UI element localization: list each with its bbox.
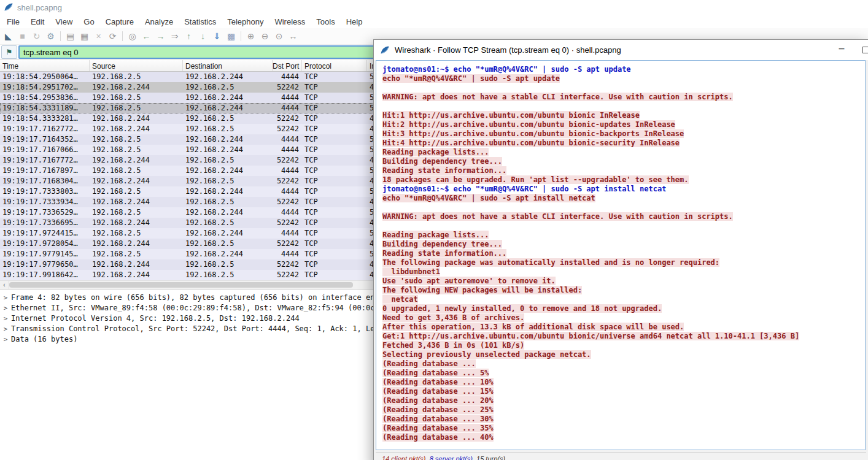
start-capture-icon[interactable]: ◣ xyxy=(1,29,15,43)
menu-item-wireless[interactable]: Wireless xyxy=(269,16,311,28)
stream-line: Building dependency tree... xyxy=(382,240,865,249)
main-window-title: shell.pcapng xyxy=(17,3,62,12)
filter-bookmark-button[interactable]: ⚑ xyxy=(1,45,17,59)
stream-text-client: echo "*umR@Q%4V&RC" | sudo -S apt instal… xyxy=(382,194,595,202)
packet-cell: 192.168.2.244 xyxy=(183,103,273,113)
packet-cell: 4444 xyxy=(273,228,302,239)
capture-options-icon[interactable]: ⚙ xyxy=(44,29,58,43)
stream-line: Building dependency tree... xyxy=(382,157,865,166)
stream-line: Selecting previously unselected package … xyxy=(382,350,865,359)
column-header-protocol[interactable]: Protocol xyxy=(302,60,367,71)
packet-cell: 4444 xyxy=(273,207,302,218)
stream-text-client: Building dependency tree... xyxy=(382,240,502,248)
column-header-dst-port[interactable]: Dst Port xyxy=(273,60,302,71)
reload-file-icon[interactable]: ⟳ xyxy=(106,29,120,43)
stream-text-client: (Reading database ... 25% xyxy=(382,405,494,414)
maximize-button[interactable] xyxy=(854,40,868,59)
stream-text-client: 18 packages can be upgraded. Run 'apt li… xyxy=(382,175,689,184)
packet-cell: 52242 xyxy=(273,218,302,228)
stop-capture-icon[interactable]: ■ xyxy=(15,29,29,43)
stream-text-client: (Reading database ... 5% xyxy=(382,369,489,377)
minimize-button[interactable]: – xyxy=(829,40,854,59)
go-last-icon[interactable]: ↓ xyxy=(196,29,210,43)
packet-cell: TCP xyxy=(302,176,367,186)
zoom-in-icon[interactable]: ⊕ xyxy=(244,29,258,43)
stream-line: Hit:2 http://us.archive.ubuntu.com/ubunt… xyxy=(382,120,865,129)
packet-cell: 192.168.2.244 xyxy=(183,145,273,155)
packet-cell: TCP xyxy=(302,218,367,228)
packet-cell: 19:18:54.2953836… xyxy=(0,93,90,103)
column-header-destination[interactable]: Destination xyxy=(183,60,273,71)
colorize-icon[interactable]: ▩ xyxy=(224,29,238,43)
expander-icon[interactable]: > xyxy=(0,293,11,303)
stream-line: Reading package lists... xyxy=(382,148,865,157)
stream-text-client: Use 'sudo apt autoremove' to remove it. xyxy=(382,277,556,285)
packet-cell: 52242 xyxy=(273,239,302,249)
packet-cell: TCP xyxy=(302,155,367,166)
zoom-out-icon[interactable]: ⊖ xyxy=(258,29,272,43)
find-packet-icon[interactable]: ◎ xyxy=(125,29,139,43)
maximize-icon xyxy=(862,47,868,53)
close-file-icon[interactable]: × xyxy=(91,29,106,43)
go-to-packet-icon[interactable]: ⇒ xyxy=(168,29,182,43)
packet-cell: 192.168.2.5 xyxy=(183,259,273,270)
packet-cell: 192.168.2.244 xyxy=(90,176,183,186)
expander-icon[interactable]: > xyxy=(0,324,11,334)
menu-item-telephony[interactable]: Telephony xyxy=(222,16,269,28)
dialog-titlebar: Wireshark · Follow TCP Stream (tcp.strea… xyxy=(374,40,868,60)
packet-cell: 192.168.2.5 xyxy=(183,239,273,249)
packet-cell: 4444 xyxy=(273,145,302,155)
menu-item-analyze[interactable]: Analyze xyxy=(139,16,179,28)
packet-cell: 192.168.2.244 xyxy=(90,124,183,134)
restart-capture-icon[interactable]: ↻ xyxy=(29,29,44,43)
stream-content[interactable]: jtomato@ns01:~$ echo "*umR@Q%4V&RC" | su… xyxy=(376,60,866,450)
expander-icon[interactable]: > xyxy=(0,313,11,324)
packet-cell: 19:19:17.7333803… xyxy=(0,186,90,197)
packet-cell: TCP xyxy=(302,270,367,280)
stream-line: WARNING: apt does not have a stable CLI … xyxy=(382,93,865,102)
packet-cell: TCP xyxy=(302,72,367,82)
menu-item-tools[interactable]: Tools xyxy=(311,16,340,28)
expander-icon[interactable]: > xyxy=(0,334,11,345)
save-file-icon[interactable]: ▦ xyxy=(77,29,91,43)
auto-scroll-icon[interactable]: ⇓ xyxy=(210,29,224,43)
column-header-time[interactable]: Time xyxy=(0,60,90,71)
menu-item-capture[interactable]: Capture xyxy=(100,16,139,28)
stream-line: The following package was automatically … xyxy=(382,258,865,267)
scrollbar-thumb[interactable] xyxy=(9,282,353,288)
toolbar-separator xyxy=(241,31,241,41)
packet-cell: 4444 xyxy=(273,134,302,145)
stream-line: jtomato@ns01:~$ echo "*umR@Q%4V&RC" | su… xyxy=(382,65,865,74)
go-first-icon[interactable]: ↑ xyxy=(182,29,196,43)
packet-cell: 192.168.2.5 xyxy=(90,228,183,239)
resize-columns-icon[interactable]: ↔ xyxy=(286,29,300,43)
stream-line: Hit:1 http://us.archive.ubuntu.com/ubunt… xyxy=(382,111,865,120)
toolbar-separator xyxy=(60,31,61,41)
stream-text-client: Need to get 3,436 B of archives. xyxy=(382,313,524,322)
menu-item-statistics[interactable]: Statistics xyxy=(179,16,222,28)
menu-item-edit[interactable]: Edit xyxy=(25,16,50,28)
go-back-icon[interactable]: ← xyxy=(139,29,153,43)
packet-cell: 19:19:17.7336695… xyxy=(0,218,90,228)
menu-item-help[interactable]: Help xyxy=(341,16,368,28)
packet-cell: 52242 xyxy=(273,155,302,166)
menu-item-go[interactable]: Go xyxy=(78,16,99,28)
open-file-icon[interactable]: ▤ xyxy=(63,29,77,43)
expander-icon[interactable]: > xyxy=(0,303,11,313)
packet-cell: 192.168.2.5 xyxy=(183,155,273,166)
menu-item-view[interactable]: View xyxy=(50,16,78,28)
packet-cell: TCP xyxy=(302,113,367,124)
scroll-left-arrow-icon[interactable]: ‹ xyxy=(0,281,9,289)
zoom-reset-icon[interactable]: ⊙ xyxy=(272,29,286,43)
stream-text-client: Reading package lists... xyxy=(382,148,489,156)
column-header-source[interactable]: Source xyxy=(90,60,183,71)
menu-item-file[interactable]: File xyxy=(1,16,25,28)
stream-line: Reading state information... xyxy=(382,166,865,175)
menu-bar: FileEditViewGoCaptureAnalyzeStatisticsTe… xyxy=(0,15,868,28)
stream-text-client: (Reading database ... 15% xyxy=(382,387,494,396)
go-forward-icon[interactable]: → xyxy=(153,29,168,43)
server-packet-count: 8 server pkt(s), xyxy=(430,455,476,460)
stream-line: Fetched 3,436 B in 0s (101 kB/s) xyxy=(382,341,865,350)
packet-cell: 192.168.2.5 xyxy=(183,82,273,93)
packet-cell: 52242 xyxy=(273,176,302,186)
